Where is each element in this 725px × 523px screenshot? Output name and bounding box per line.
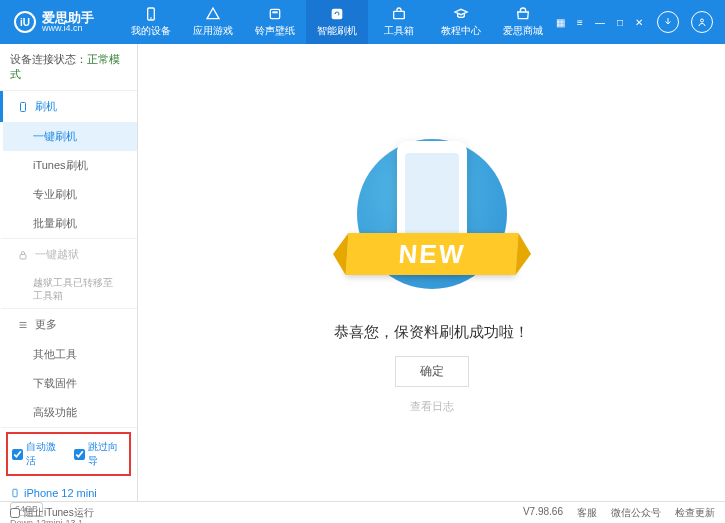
svg-rect-12 xyxy=(13,489,17,497)
svg-rect-3 xyxy=(272,11,277,13)
sidebar-section-jailbreak: 一键越狱 xyxy=(3,239,137,270)
success-message: 恭喜您，保资料刷机成功啦！ xyxy=(334,323,529,342)
skip-guide-checkbox[interactable] xyxy=(74,449,85,460)
status-update-link[interactable]: 检查更新 xyxy=(675,506,715,520)
option-skip-guide[interactable]: 跳过向导 xyxy=(74,440,126,468)
nav-tutorials[interactable]: 教程中心 xyxy=(430,0,492,44)
nav-store[interactable]: 爱思商城 xyxy=(492,0,554,44)
nav-apps-games[interactable]: 应用游戏 xyxy=(182,0,244,44)
phone-flash-icon xyxy=(17,101,29,113)
store-icon xyxy=(515,6,531,22)
window-controls: ▦ ≡ — □ ✕ xyxy=(554,11,721,33)
menu-icon[interactable]: ▦ xyxy=(554,15,567,30)
sidebar-item-other-tools[interactable]: 其他工具 xyxy=(3,340,137,369)
device-name[interactable]: iPhone 12 mini xyxy=(10,486,127,500)
wallpaper-icon xyxy=(267,6,283,22)
phone-icon xyxy=(143,6,159,22)
sidebar-section-flash[interactable]: 刷机 xyxy=(0,91,137,122)
minimize-icon[interactable]: — xyxy=(593,15,607,30)
jailbreak-note: 越狱工具已转移至 工具箱 xyxy=(3,270,137,308)
toolbox-icon xyxy=(391,6,407,22)
main-content: NEW 恭喜您，保资料刷机成功啦！ 确定 查看日志 xyxy=(138,44,725,501)
apps-icon xyxy=(205,6,221,22)
status-support-link[interactable]: 客服 xyxy=(577,506,597,520)
view-log-link[interactable]: 查看日志 xyxy=(410,399,454,414)
main-nav: 我的设备 应用游戏 铃声壁纸 智能刷机 工具箱 教程中心 爱思商城 xyxy=(120,0,554,44)
download-button[interactable] xyxy=(657,11,679,33)
block-itunes-option[interactable]: 阻止iTunes运行 xyxy=(10,506,94,520)
sidebar-item-itunes-flash[interactable]: iTunes刷机 xyxy=(3,151,137,180)
logo-area: iU 爱思助手 www.i4.cn xyxy=(4,11,120,33)
svg-rect-8 xyxy=(20,254,26,259)
device-icon xyxy=(10,486,20,500)
version-label: V7.98.66 xyxy=(523,506,563,520)
sidebar-item-advanced[interactable]: 高级功能 xyxy=(3,398,137,427)
svg-rect-2 xyxy=(270,9,279,18)
success-illustration: NEW xyxy=(332,131,532,301)
block-itunes-checkbox[interactable] xyxy=(10,508,20,518)
sidebar: 设备连接状态：正常模式 刷机 一键刷机 iTunes刷机 专业刷机 批量刷机 一… xyxy=(0,44,138,501)
option-auto-activate[interactable]: 自动激活 xyxy=(12,440,64,468)
auto-activate-checkbox[interactable] xyxy=(12,449,23,460)
user-button[interactable] xyxy=(691,11,713,33)
list-icon xyxy=(17,319,29,331)
nav-toolbox[interactable]: 工具箱 xyxy=(368,0,430,44)
app-logo-icon: iU xyxy=(14,11,36,33)
new-ribbon: NEW xyxy=(345,233,518,275)
sidebar-item-batch-flash[interactable]: 批量刷机 xyxy=(3,209,137,238)
graduation-icon xyxy=(453,6,469,22)
sidebar-item-download-fw[interactable]: 下载固件 xyxy=(3,369,137,398)
svg-rect-4 xyxy=(332,9,343,20)
status-wechat-link[interactable]: 微信公众号 xyxy=(611,506,661,520)
close-icon[interactable]: ✕ xyxy=(633,15,645,30)
sidebar-section-more[interactable]: 更多 xyxy=(3,309,137,340)
sidebar-item-pro-flash[interactable]: 专业刷机 xyxy=(3,180,137,209)
nav-smart-flash[interactable]: 智能刷机 xyxy=(306,0,368,44)
app-url: www.i4.cn xyxy=(42,24,94,33)
connection-status: 设备连接状态：正常模式 xyxy=(0,44,137,91)
nav-my-device[interactable]: 我的设备 xyxy=(120,0,182,44)
skin-icon[interactable]: ≡ xyxy=(575,15,585,30)
svg-point-6 xyxy=(701,19,704,22)
confirm-button[interactable]: 确定 xyxy=(395,356,469,387)
svg-rect-5 xyxy=(394,11,405,18)
refresh-icon xyxy=(329,6,345,22)
svg-rect-7 xyxy=(21,102,26,111)
titlebar: iU 爱思助手 www.i4.cn 我的设备 应用游戏 铃声壁纸 智能刷机 工具… xyxy=(0,0,725,44)
maximize-icon[interactable]: □ xyxy=(615,15,625,30)
nav-ringtones[interactable]: 铃声壁纸 xyxy=(244,0,306,44)
lock-icon xyxy=(17,249,29,261)
sidebar-item-oneclick-flash[interactable]: 一键刷机 xyxy=(3,122,137,151)
options-box: 自动激活 跳过向导 xyxy=(6,432,131,476)
